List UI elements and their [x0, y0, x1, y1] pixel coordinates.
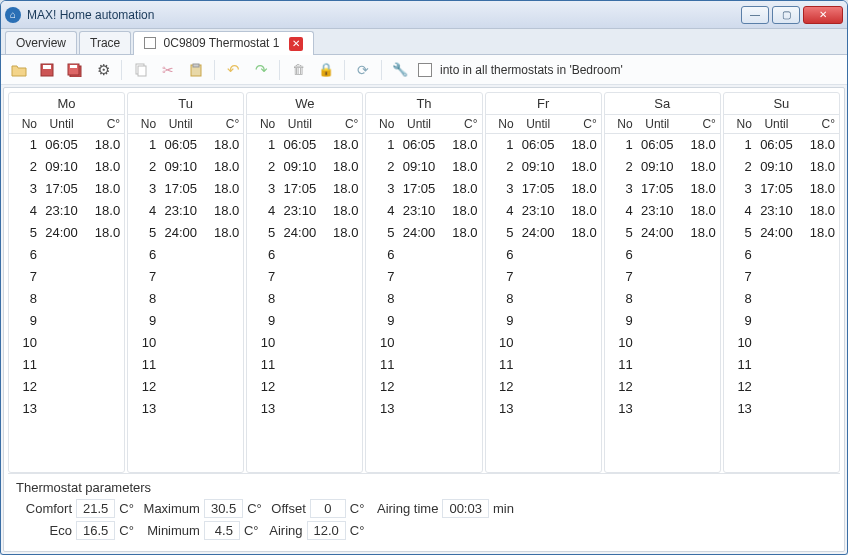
schedule-row[interactable]: 524:0018.0: [366, 222, 481, 244]
schedule-row[interactable]: 423:1018.0: [366, 200, 481, 222]
schedule-row[interactable]: 317:0518.0: [486, 178, 601, 200]
schedule-row[interactable]: 7: [724, 266, 839, 288]
schedule-row[interactable]: 9: [486, 310, 601, 332]
schedule-row[interactable]: 317:0518.0: [9, 178, 124, 200]
tab-trace[interactable]: Trace: [79, 31, 131, 54]
delete-button[interactable]: 🗑: [288, 60, 308, 80]
lock-button[interactable]: 🔒: [316, 60, 336, 80]
schedule-row[interactable]: 12: [9, 376, 124, 398]
schedule-row[interactable]: 13: [247, 398, 362, 420]
schedule-row[interactable]: 10: [724, 332, 839, 354]
schedule-row[interactable]: 9: [366, 310, 481, 332]
schedule-row[interactable]: 524:0018.0: [724, 222, 839, 244]
schedule-row[interactable]: 524:0018.0: [9, 222, 124, 244]
schedule-row[interactable]: 6: [366, 244, 481, 266]
schedule-row[interactable]: 6: [9, 244, 124, 266]
schedule-row[interactable]: 12: [366, 376, 481, 398]
schedule-row[interactable]: 11: [9, 354, 124, 376]
schedule-row[interactable]: 317:0518.0: [247, 178, 362, 200]
schedule-row[interactable]: 12: [247, 376, 362, 398]
schedule-row[interactable]: 524:0018.0: [486, 222, 601, 244]
schedule-row[interactable]: 209:1018.0: [366, 156, 481, 178]
schedule-row[interactable]: 11: [247, 354, 362, 376]
tab-close-icon[interactable]: ✕: [289, 37, 303, 51]
schedule-row[interactable]: 10: [605, 332, 720, 354]
schedule-row[interactable]: 11: [724, 354, 839, 376]
schedule-row[interactable]: 317:0518.0: [724, 178, 839, 200]
schedule-row[interactable]: 423:1018.0: [605, 200, 720, 222]
schedule-row[interactable]: 317:0518.0: [128, 178, 243, 200]
tab-overview[interactable]: Overview: [5, 31, 77, 54]
schedule-row[interactable]: 106:0518.0: [9, 134, 124, 156]
maximum-input[interactable]: 30.5: [204, 499, 243, 518]
schedule-row[interactable]: 423:1018.0: [247, 200, 362, 222]
schedule-row[interactable]: 7: [247, 266, 362, 288]
schedule-row[interactable]: 8: [247, 288, 362, 310]
comfort-input[interactable]: 21.5: [76, 499, 115, 518]
schedule-row[interactable]: 6: [128, 244, 243, 266]
schedule-row[interactable]: 13: [486, 398, 601, 420]
schedule-row[interactable]: 13: [128, 398, 243, 420]
schedule-row[interactable]: 524:0018.0: [128, 222, 243, 244]
titlebar[interactable]: ⌂ MAX! Home automation — ▢ ✕: [1, 1, 847, 29]
apply-all-checkbox[interactable]: [418, 63, 432, 77]
wrench-button[interactable]: 🔧: [390, 60, 410, 80]
schedule-row[interactable]: 8: [605, 288, 720, 310]
schedule-row[interactable]: 423:1018.0: [128, 200, 243, 222]
schedule-row[interactable]: 12: [128, 376, 243, 398]
schedule-row[interactable]: 12: [605, 376, 720, 398]
schedule-row[interactable]: 209:1018.0: [605, 156, 720, 178]
schedule-row[interactable]: 6: [724, 244, 839, 266]
schedule-row[interactable]: 11: [486, 354, 601, 376]
redo-button[interactable]: ↷: [251, 60, 271, 80]
schedule-row[interactable]: 8: [724, 288, 839, 310]
settings-button[interactable]: ⚙: [93, 60, 113, 80]
schedule-row[interactable]: 317:0518.0: [366, 178, 481, 200]
tab-thermostat[interactable]: 0C9809 Thermostat 1 ✕: [133, 31, 314, 55]
offset-input[interactable]: 0: [310, 499, 346, 518]
save-button[interactable]: [37, 60, 57, 80]
undo-button[interactable]: ↶: [223, 60, 243, 80]
schedule-row[interactable]: 10: [9, 332, 124, 354]
schedule-row[interactable]: 7: [128, 266, 243, 288]
schedule-row[interactable]: 423:1018.0: [9, 200, 124, 222]
schedule-row[interactable]: 106:0518.0: [605, 134, 720, 156]
schedule-row[interactable]: 11: [605, 354, 720, 376]
schedule-row[interactable]: 9: [9, 310, 124, 332]
eco-input[interactable]: 16.5: [76, 521, 115, 540]
schedule-row[interactable]: 12: [724, 376, 839, 398]
airing-time-input[interactable]: 00:03: [442, 499, 489, 518]
refresh-button[interactable]: ⟳: [353, 60, 373, 80]
schedule-row[interactable]: 9: [605, 310, 720, 332]
schedule-row[interactable]: 11: [366, 354, 481, 376]
schedule-row[interactable]: 10: [366, 332, 481, 354]
schedule-row[interactable]: 13: [724, 398, 839, 420]
schedule-row[interactable]: 6: [486, 244, 601, 266]
schedule-row[interactable]: 209:1018.0: [9, 156, 124, 178]
schedule-row[interactable]: 209:1018.0: [247, 156, 362, 178]
schedule-row[interactable]: 317:0518.0: [605, 178, 720, 200]
schedule-row[interactable]: 6: [247, 244, 362, 266]
schedule-row[interactable]: 10: [247, 332, 362, 354]
schedule-row[interactable]: 7: [366, 266, 481, 288]
schedule-row[interactable]: 209:1018.0: [128, 156, 243, 178]
schedule-row[interactable]: 13: [366, 398, 481, 420]
schedule-row[interactable]: 13: [9, 398, 124, 420]
schedule-row[interactable]: 8: [9, 288, 124, 310]
schedule-row[interactable]: 106:0518.0: [128, 134, 243, 156]
schedule-row[interactable]: 106:0518.0: [724, 134, 839, 156]
airing-input[interactable]: 12.0: [307, 521, 346, 540]
schedule-row[interactable]: 8: [128, 288, 243, 310]
schedule-row[interactable]: 8: [366, 288, 481, 310]
schedule-row[interactable]: 209:1018.0: [486, 156, 601, 178]
schedule-row[interactable]: 106:0518.0: [486, 134, 601, 156]
save-all-button[interactable]: [65, 60, 85, 80]
schedule-row[interactable]: 10: [128, 332, 243, 354]
schedule-row[interactable]: 12: [486, 376, 601, 398]
maximize-button[interactable]: ▢: [772, 6, 800, 24]
schedule-row[interactable]: 7: [9, 266, 124, 288]
schedule-row[interactable]: 106:0518.0: [247, 134, 362, 156]
schedule-row[interactable]: 9: [724, 310, 839, 332]
schedule-row[interactable]: 8: [486, 288, 601, 310]
cut-button[interactable]: ✂: [158, 60, 178, 80]
